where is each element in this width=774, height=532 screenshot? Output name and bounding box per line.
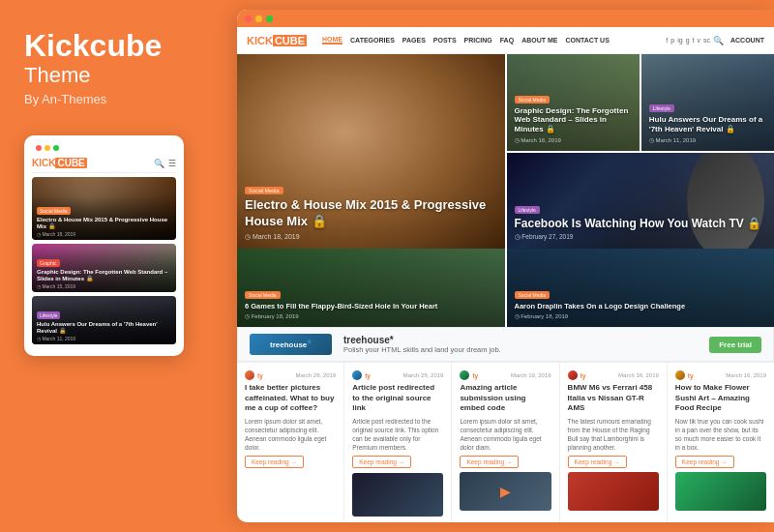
nav-account[interactable]: ACCOUNT — [730, 37, 764, 44]
nav-pages[interactable]: PAGES — [402, 37, 426, 44]
featured-games-tag: Social Media — [245, 291, 281, 299]
featured-main-date: ◷ March 18, 2019 — [245, 233, 497, 241]
featured-games-date: ◷ February 18, 2019 — [245, 312, 497, 319]
mobile-logo-text: KICK — [32, 158, 55, 168]
tumblr-icon[interactable]: t — [693, 37, 695, 44]
nav-home[interactable]: HOME — [322, 36, 342, 44]
nav-about[interactable]: ABOUT ME — [521, 37, 557, 44]
card-3-read-more[interactable]: Keep reading → — [460, 456, 519, 468]
instagram-icon[interactable]: ig — [677, 37, 682, 44]
card-4-date: March 16, 2019 — [618, 372, 659, 378]
card-2-title: Article post redirected to the original … — [352, 383, 443, 413]
featured-logo-tag: Social Media — [515, 291, 551, 299]
featured-right-stack: Social Media Graphic Design: The Forgott… — [507, 54, 775, 249]
desktop-minimize-dot — [255, 15, 262, 22]
featured-games-title: 6 Games to Fill the Flappy-Bird-Sized Ho… — [245, 302, 497, 310]
featured-small-1[interactable]: Social Media Graphic Design: The Forgott… — [507, 54, 640, 151]
card-2-image — [352, 473, 443, 517]
pinterest-icon[interactable]: p — [670, 37, 674, 44]
nav-pricing[interactable]: PRICING — [464, 37, 492, 44]
featured-logo-post[interactable]: Social Media Aaron Draplin Takes On a Lo… — [507, 249, 775, 327]
brand-subtitle: Theme — [24, 63, 213, 88]
featured-small-2[interactable]: Lifestyle Hulu Answers Our Dreams of a '… — [641, 54, 774, 151]
treehouse-name: treehouse* — [343, 335, 698, 345]
card-5-author-name: ty — [688, 372, 694, 379]
card-1-read-more[interactable]: Keep reading → — [245, 456, 304, 468]
featured-main-tag: Social Media — [245, 187, 283, 194]
search-icon-nav[interactable]: 🔍 — [713, 36, 724, 45]
desktop-mockup: KICKCUBE HOME CATEGORIES PAGES POSTS PRI… — [237, 10, 774, 522]
mobile-post-3-overlay: Lifestyle Hulu Answers Our Dreams of a '… — [32, 300, 176, 344]
search-icon[interactable]: 🔍 — [154, 159, 164, 168]
featured-logo-title: Aaron Draplin Takes On a Logo Design Cha… — [515, 302, 767, 310]
featured-main-content: Social Media Electro & House Mix 2015 & … — [245, 179, 497, 241]
featured-logo-content: Social Media Aaron Draplin Takes On a Lo… — [515, 283, 767, 319]
card-5-body: Now tik true you can cook sushi in a pan… — [675, 417, 766, 452]
google-icon[interactable]: g — [686, 37, 690, 44]
featured-small-2-content: Lifestyle Hulu Answers Our Dreams of a '… — [649, 97, 766, 142]
mobile-post-1: Social Media Electro & House Mix 2015 & … — [32, 177, 176, 240]
card-3-video-thumb: ▶ — [460, 472, 551, 511]
left-panel: Kickcube Theme By An-Themes KICKCUBE 🔍 ☰… — [0, 0, 237, 532]
facebook-icon[interactable]: f — [666, 37, 668, 44]
desktop-logo: KICKCUBE — [247, 35, 307, 46]
minimize-dot — [45, 145, 50, 151]
card-1-title: I take better pictures caffeinated. What… — [245, 383, 336, 413]
card-3: ty March 19, 2019 Amazing article submis… — [452, 363, 559, 522]
treehouse-star: * — [307, 338, 312, 351]
card-5-author: ty March 16, 2019 — [675, 370, 766, 380]
featured-small-2-tag: Lifestyle — [649, 104, 674, 112]
nav-categories[interactable]: CATEGORIES — [350, 37, 395, 44]
featured-small-1-tag: Social Media — [515, 96, 551, 103]
featured-grid: Social Media Electro & House Mix 2015 & … — [237, 54, 774, 249]
card-4-read-more[interactable]: Keep reading → — [568, 456, 627, 468]
maximize-dot — [53, 145, 59, 151]
mobile-post-2-overlay: Graphic Graphic Design: The Forgotten We… — [32, 248, 176, 292]
card-3-author-name: ty — [472, 372, 478, 379]
card-2-author-name: ty — [365, 372, 371, 379]
menu-icon[interactable]: ☰ — [168, 159, 176, 168]
mobile-post-2-tag: Graphic — [37, 259, 60, 267]
featured-games-content: Social Media 6 Games to Fill the Flappy-… — [245, 283, 497, 319]
mobile-nav-icons: 🔍 ☰ — [154, 159, 176, 168]
treehouse-banner: treehouse * treehouse* Polish your HTML … — [237, 327, 774, 362]
mobile-post-1-tag: Social Media — [37, 207, 71, 215]
mobile-post-2-title: Graphic Design: The Forgotten Web Standa… — [37, 269, 171, 282]
featured-games-post[interactable]: Social Media 6 Games to Fill the Flappy-… — [237, 249, 505, 327]
card-1: ty March 28, 2019 I take better pictures… — [237, 363, 344, 522]
card-1-date: March 28, 2019 — [296, 372, 337, 378]
card-5-read-more[interactable]: Keep reading → — [675, 456, 734, 468]
mobile-post-3-date: ◷ March 11, 2019 — [37, 336, 171, 341]
nav-faq[interactable]: FAQ — [500, 37, 514, 44]
mobile-logo: KICKCUBE — [32, 158, 87, 168]
facebook-post-tag: Lifestyle — [515, 206, 540, 214]
desktop-navbar: KICKCUBE HOME CATEGORIES PAGES POSTS PRI… — [237, 27, 774, 54]
card-2-read-more[interactable]: Keep reading → — [352, 456, 411, 468]
treehouse-logo-text: treehouse — [270, 340, 307, 349]
featured-main-title: Electro & House Mix 2015 & Progressive H… — [245, 197, 497, 230]
desktop-logo-text: KICK — [247, 35, 273, 46]
mobile-post-1-overlay: Social Media Electro & House Mix 2015 & … — [32, 195, 176, 240]
facebook-post-date: ◷ February 27, 2019 — [515, 233, 767, 241]
treehouse-free-trial-button[interactable]: Free trial — [709, 337, 761, 353]
card-2-avatar — [352, 370, 362, 380]
desktop-maximize-dot — [266, 15, 273, 22]
card-3-body: Lorem ipsum dolor sit amet, consectetur … — [460, 417, 551, 452]
play-icon[interactable]: ▶ — [500, 484, 511, 499]
nav-contact[interactable]: CONTACT US — [565, 37, 609, 44]
card-2-date: March 28, 2019 — [403, 372, 444, 378]
nav-posts[interactable]: POSTS — [433, 37, 457, 44]
mobile-post-1-date: ◷ March 18, 2019 — [37, 231, 171, 237]
brand-name: Kickcube — [24, 29, 213, 63]
vimeo-icon[interactable]: v — [698, 37, 701, 44]
card-1-body: Lorem ipsum dolor sit amet, consectetur … — [245, 417, 336, 452]
featured-small-1-title: Graphic Design: The Forgotten Web Standa… — [515, 106, 632, 134]
desktop-top-bar — [237, 10, 774, 27]
card-4: ty March 16, 2019 BMW M6 vs Ferrari 458 … — [560, 363, 668, 522]
card-5-title: How to Make Flower Sushi Art – Amazing F… — [675, 383, 766, 413]
featured-facebook-post[interactable]: Lifestyle Facebook Is Watching How You W… — [507, 153, 775, 250]
card-2-author: ty March 28, 2019 — [352, 370, 443, 380]
brand-by: By An-Themes — [24, 92, 213, 106]
soundcloud-icon[interactable]: sc — [703, 37, 710, 44]
featured-main-post[interactable]: Social Media Electro & House Mix 2015 & … — [237, 54, 505, 249]
